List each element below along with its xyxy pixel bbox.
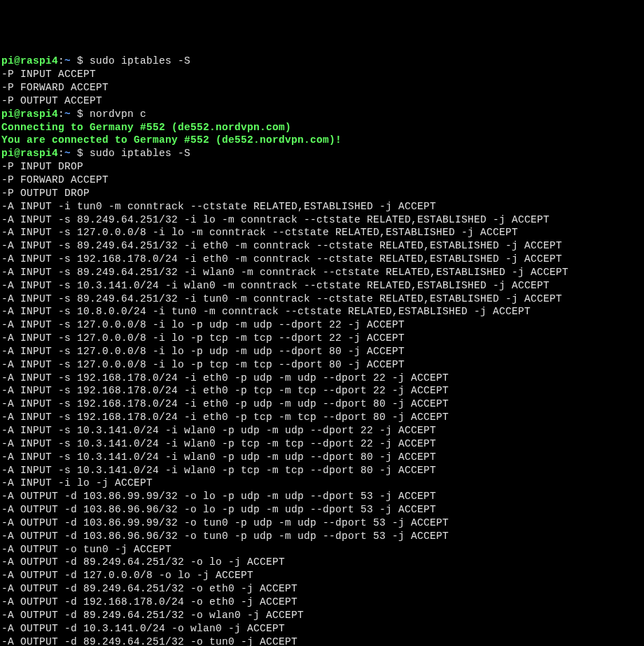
prompt-line: pi@raspi4:~ $ sudo iptables -S xyxy=(1,55,643,68)
prompt-symbol: $ xyxy=(77,148,90,159)
output-line: -A OUTPUT -d 103.86.99.99/32 -o tun0 -p … xyxy=(1,517,643,530)
prompt-line: pi@raspi4:~ $ nordvpn c xyxy=(1,108,643,121)
output-line: -A INPUT -s 127.0.0.0/8 -i lo -p udp -m … xyxy=(1,345,643,358)
output-line: -A INPUT -s 89.249.64.251/32 -i wlan0 -m… xyxy=(1,266,643,279)
prompt-separator: : xyxy=(58,55,64,66)
vpn-status-line: You are connected to Germany #552 (de552… xyxy=(1,134,643,147)
command-text: sudo iptables -S xyxy=(90,55,190,66)
output-line: -A OUTPUT -d 103.86.96.96/32 -o lo -p ud… xyxy=(1,503,643,517)
prompt-path: ~ xyxy=(64,55,77,66)
output-line: -A INPUT -i tun0 -m conntrack --ctstate … xyxy=(1,200,643,213)
output-line: -P OUTPUT ACCEPT xyxy=(1,94,643,108)
output-line: -P FORWARD ACCEPT xyxy=(1,174,643,187)
prompt-symbol: $ xyxy=(77,108,90,120)
output-line: -A OUTPUT -d 89.249.64.251/32 -o lo -j A… xyxy=(1,556,643,569)
output-line: -A OUTPUT -d 89.249.64.251/32 -o wlan0 -… xyxy=(1,609,643,622)
output-line: -A OUTPUT -d 103.86.96.96/32 -o tun0 -p … xyxy=(1,530,643,543)
output-line: -A INPUT -s 10.3.141.0/24 -i wlan0 -p tc… xyxy=(1,464,643,477)
output-line: -A INPUT -s 10.8.0.0/24 -i tun0 -m connt… xyxy=(1,305,643,318)
output-line: -A INPUT -s 10.3.141.0/24 -i wlan0 -m co… xyxy=(1,279,643,293)
output-line: -A OUTPUT -d 89.249.64.251/32 -o eth0 -j… xyxy=(1,582,643,596)
output-line: -A INPUT -s 127.0.0.0/8 -i lo -p tcp -m … xyxy=(1,358,643,372)
output-line: -A INPUT -s 10.3.141.0/24 -i wlan0 -p ud… xyxy=(1,451,643,464)
output-line: -A OUTPUT -d 89.249.64.251/32 -o tun0 -j… xyxy=(1,636,643,647)
output-line: -A INPUT -s 10.3.141.0/24 -i wlan0 -p tc… xyxy=(1,437,643,451)
prompt-path: ~ xyxy=(64,108,77,120)
output-line: -A INPUT -s 127.0.0.0/8 -i lo -p tcp -m … xyxy=(1,332,643,345)
prompt-user: pi@raspi4 xyxy=(1,108,58,120)
output-line: -A INPUT -s 89.249.64.251/32 -i eth0 -m … xyxy=(1,239,643,253)
prompt-separator: : xyxy=(58,148,64,159)
output-line: -A INPUT -s 192.168.178.0/24 -i eth0 -p … xyxy=(1,372,643,385)
output-line: -A INPUT -s 89.249.64.251/32 -i lo -m co… xyxy=(1,213,643,227)
prompt-line: pi@raspi4:~ $ sudo iptables -S xyxy=(1,147,643,160)
command-text: sudo iptables -S xyxy=(90,148,190,159)
output-line: -P INPUT DROP xyxy=(1,160,643,174)
terminal-window[interactable]: pi@raspi4:~ $ sudo iptables -S-P INPUT A… xyxy=(1,55,643,646)
output-line: -A OUTPUT -d 127.0.0.0/8 -o lo -j ACCEPT xyxy=(1,569,643,582)
command-text: nordvpn c xyxy=(90,108,146,120)
output-line: -P OUTPUT DROP xyxy=(1,187,643,200)
output-line: -A INPUT -s 89.249.64.251/32 -i tun0 -m … xyxy=(1,293,643,306)
prompt-path: ~ xyxy=(64,148,77,159)
output-line: -A INPUT -s 127.0.0.0/8 -i lo -m conntra… xyxy=(1,226,643,239)
prompt-user: pi@raspi4 xyxy=(1,148,58,159)
prompt-user: pi@raspi4 xyxy=(1,55,58,66)
output-line: -A INPUT -s 192.168.178.0/24 -i eth0 -p … xyxy=(1,384,643,398)
prompt-separator: : xyxy=(58,108,64,120)
output-line: -A INPUT -s 127.0.0.0/8 -i lo -p udp -m … xyxy=(1,318,643,332)
output-line: -P FORWARD ACCEPT xyxy=(1,81,643,94)
vpn-status-line: Connecting to Germany #552 (de552.nordvp… xyxy=(1,121,643,134)
output-line: -A OUTPUT -d 192.168.178.0/24 -o eth0 -j… xyxy=(1,596,643,609)
output-line: -A INPUT -i lo -j ACCEPT xyxy=(1,477,643,490)
output-line: -A OUTPUT -d 103.86.99.99/32 -o lo -p ud… xyxy=(1,490,643,503)
output-line: -A OUTPUT -d 10.3.141.0/24 -o wlan0 -j A… xyxy=(1,622,643,636)
prompt-symbol: $ xyxy=(77,55,90,66)
output-line: -A OUTPUT -o tun0 -j ACCEPT xyxy=(1,543,643,556)
output-line: -A INPUT -s 10.3.141.0/24 -i wlan0 -p ud… xyxy=(1,424,643,437)
output-line: -A INPUT -s 192.168.178.0/24 -i eth0 -p … xyxy=(1,411,643,424)
output-line: -P INPUT ACCEPT xyxy=(1,68,643,81)
output-line: -A INPUT -s 192.168.178.0/24 -i eth0 -p … xyxy=(1,398,643,411)
output-line: -A INPUT -s 192.168.178.0/24 -i eth0 -m … xyxy=(1,253,643,266)
